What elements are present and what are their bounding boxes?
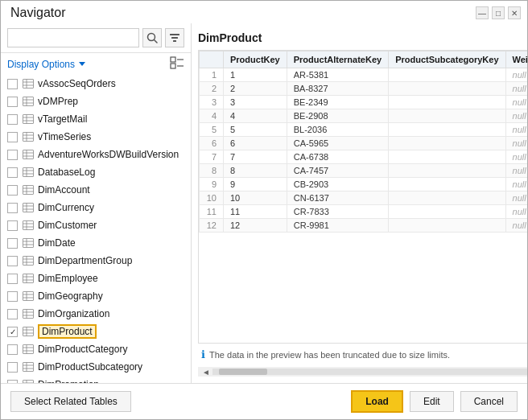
cell-Weigh: null (505, 68, 527, 82)
search-icon (146, 32, 158, 43)
tree-item-DimDepartmentGroup[interactable]: DimDepartmentGroup (1, 252, 191, 270)
cell-ProductAlternateKey: CA-7457 (287, 164, 388, 178)
tree-item-vAssocSeqOrders[interactable]: vAssocSeqOrders (1, 75, 191, 93)
cell-ProductSubcategoryKey (389, 205, 505, 219)
close-button[interactable]: ✕ (508, 6, 521, 19)
preview-header: DimProduct (198, 30, 527, 45)
tree-item-vTargetMail[interactable]: vTargetMail (1, 110, 191, 128)
tree-item-DimAccount[interactable]: DimAccount (1, 181, 191, 199)
checkbox-DimGeography[interactable] (7, 291, 18, 302)
cell-ProductKey: 5 (224, 123, 287, 137)
svg-rect-69 (23, 345, 34, 354)
window-title: Navigator (10, 6, 65, 20)
cell-ProductSubcategoryKey (389, 123, 505, 137)
row-num: 11 (200, 205, 224, 219)
table-icon (22, 326, 35, 337)
checkbox-DimEmployee[interactable] (7, 274, 18, 284)
cell-ProductAlternateKey: AR-5381 (287, 68, 388, 82)
svg-rect-73 (23, 363, 34, 372)
cell-ProductAlternateKey: BA-8327 (287, 82, 388, 96)
svg-rect-29 (23, 168, 34, 177)
cell-Weigh: null (505, 164, 527, 178)
select-related-tables-button[interactable]: Select Related Tables (10, 391, 131, 412)
item-label-DimCustomer: DimCustomer (38, 220, 97, 231)
col-header-ProductSubcategoryKey: ProductSubcategoryKey (389, 51, 505, 68)
checkbox-vTargetMail[interactable] (7, 114, 18, 125)
table-icon (22, 220, 35, 231)
svg-rect-9 (23, 80, 34, 89)
filter-button[interactable] (165, 28, 184, 47)
horizontal-scrollbar[interactable]: ◄ ► (198, 367, 527, 377)
table-icon (22, 237, 35, 249)
col-header-rownum (200, 51, 224, 68)
table-icon (22, 308, 35, 319)
truncation-notice: ℹ The data in the preview has been trunc… (198, 344, 527, 365)
svg-rect-13 (23, 97, 34, 106)
cell-ProductAlternateKey: BE-2349 (287, 96, 388, 109)
table-row: 1010CN-6137null (200, 191, 528, 205)
checkbox-DimDepartmentGroup[interactable] (7, 256, 18, 266)
tree-item-DimCurrency[interactable]: DimCurrency (1, 199, 191, 216)
tree-item-DatabaseLog[interactable]: DatabaseLog (1, 163, 191, 181)
item-label-vAssocSeqOrders: vAssocSeqOrders (38, 78, 116, 89)
tree-item-vDMPrep[interactable]: vDMPrep (1, 93, 191, 110)
navigator-window: Navigator — □ ✕ (0, 0, 528, 420)
cell-ProductSubcategoryKey (389, 82, 505, 96)
checkbox-DimOrganization[interactable] (7, 309, 18, 319)
tree-item-DimProductCategory[interactable]: DimProductCategory (1, 340, 191, 358)
cell-ProductKey: 4 (224, 109, 287, 123)
tree-item-DimEmployee[interactable]: DimEmployee (1, 270, 191, 287)
item-label-DimDepartmentGroup: DimDepartmentGroup (38, 255, 132, 266)
checkbox-AdventureWorksDWBuildVersion[interactable] (7, 150, 18, 160)
checkbox-DatabaseLog[interactable] (7, 167, 18, 178)
item-label-DimProductCategory: DimProductCategory (38, 344, 127, 355)
table-row: 77CA-6738null (200, 150, 528, 164)
tree-item-DimOrganization[interactable]: DimOrganization (1, 305, 191, 323)
cancel-button[interactable]: Cancel (460, 391, 518, 412)
tree-item-DimCustomer[interactable]: DimCustomer (1, 216, 191, 234)
tree-item-DimPromotion[interactable]: DimPromotion (1, 376, 191, 383)
load-button[interactable]: Load (351, 390, 403, 413)
checkbox-DimCustomer[interactable] (7, 220, 18, 231)
checkbox-DimProduct[interactable] (7, 327, 18, 337)
tree-item-AdventureWorksDWBuildVersion[interactable]: AdventureWorksDWBuildVersion (1, 146, 191, 163)
tree-container[interactable]: vAssocSeqOrders vDMPrep vTargetMail vTim… (1, 75, 191, 383)
cell-ProductSubcategoryKey (389, 219, 505, 233)
cell-Weigh: null (505, 191, 527, 205)
display-options-bar[interactable]: Display Options (1, 53, 191, 75)
checkbox-DimDate[interactable] (7, 238, 18, 249)
tree-item-DimProduct[interactable]: DimProduct (1, 323, 191, 340)
table-icon (22, 113, 35, 125)
table-icon (22, 149, 35, 160)
search-input[interactable] (7, 28, 139, 47)
display-options-text: Display Options (7, 59, 75, 70)
row-num: 7 (200, 150, 224, 164)
table-icon (22, 290, 35, 302)
scroll-thumb[interactable] (219, 369, 267, 375)
minimize-button[interactable]: — (476, 6, 489, 19)
scroll-track[interactable] (212, 369, 527, 375)
checkbox-vAssocSeqOrders[interactable] (7, 79, 18, 89)
checkbox-DimPromotion[interactable] (7, 380, 18, 384)
checkbox-DimProductSubcategory[interactable] (7, 362, 18, 373)
tree-item-vTimeSeries[interactable]: vTimeSeries (1, 128, 191, 146)
checkbox-DimCurrency[interactable] (7, 203, 18, 213)
cell-ProductSubcategoryKey (389, 150, 505, 164)
right-buttons: Load Edit Cancel (351, 390, 518, 413)
tree-item-DimDate[interactable]: DimDate (1, 234, 191, 252)
data-table: ProductKeyProductAlternateKeyProductSubc… (199, 51, 527, 233)
cell-Weigh: null (505, 205, 527, 219)
checkbox-vTimeSeries[interactable] (7, 132, 18, 142)
table-icon (22, 131, 35, 142)
tree-item-DimGeography[interactable]: DimGeography (1, 287, 191, 305)
filter-icon (169, 32, 180, 43)
checkbox-vDMPrep[interactable] (7, 97, 18, 107)
tree-item-DimProductSubcategory[interactable]: DimProductSubcategory (1, 358, 191, 376)
table-icon (22, 255, 35, 266)
search-button[interactable] (142, 28, 162, 47)
scroll-left-arrow[interactable]: ◄ (200, 368, 212, 377)
edit-button[interactable]: Edit (410, 391, 454, 412)
checkbox-DimProductCategory[interactable] (7, 344, 18, 355)
maximize-button[interactable]: □ (492, 6, 505, 19)
checkbox-DimAccount[interactable] (7, 185, 18, 196)
